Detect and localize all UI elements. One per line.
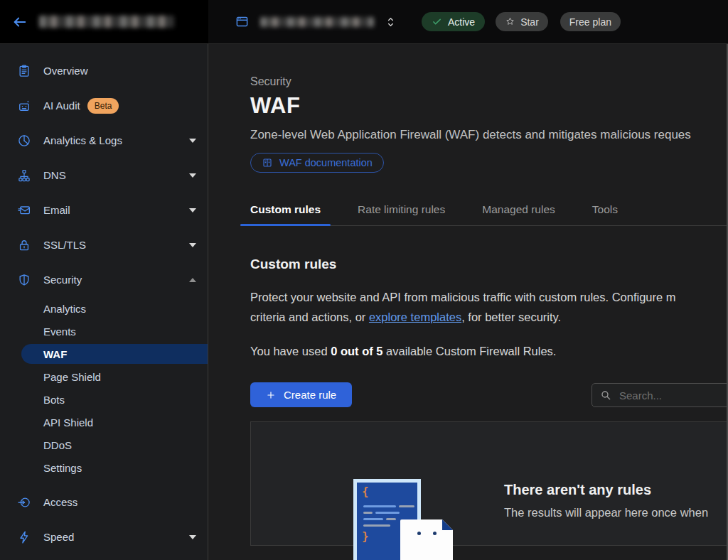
sidebar-item-label: API Shield: [43, 416, 93, 429]
zone-name-redacted: [260, 17, 374, 27]
create-rule-button[interactable]: Create rule: [250, 382, 352, 407]
waf-documentation-button[interactable]: WAF documentation: [250, 153, 384, 173]
chevron-down-icon: [189, 243, 196, 247]
plan-badge-label: Free plan: [569, 16, 611, 28]
sidebar-item-label: DNS: [43, 169, 177, 181]
search-box: [592, 383, 728, 407]
book-icon: [262, 157, 273, 168]
usage-count: 0 out of 5: [331, 345, 382, 357]
sidebar-item-email[interactable]: Email: [0, 193, 208, 227]
sidebar-item-label: Security: [43, 274, 177, 286]
chevron-down-icon: [189, 139, 196, 143]
sidebar-item-label: Bots: [43, 394, 65, 406]
check-icon: [432, 16, 442, 27]
sitemap-icon: [17, 168, 31, 183]
sidebar-item-ai-audit[interactable]: AI Audit Beta: [0, 88, 208, 123]
paragraph-line-2: criteria and actions, or explore templat…: [250, 307, 728, 327]
explore-templates-link[interactable]: explore templates: [369, 311, 461, 323]
page-description: Zone-level Web Application Firewall (WAF…: [250, 128, 728, 142]
section-heading: Custom rules: [250, 257, 728, 272]
chevron-down-icon: [189, 535, 196, 539]
sidebar-item-label: Access: [43, 496, 196, 508]
sidebar-item-label: Email: [43, 204, 177, 216]
sidebar-item-settings[interactable]: Settings: [0, 456, 208, 479]
empty-state-title: There aren't any rules: [504, 482, 651, 498]
sidebar-item-label: SSL/TLS: [43, 239, 177, 251]
search-icon: [600, 389, 611, 401]
search-input[interactable]: [618, 389, 728, 402]
page-title: WAF: [250, 93, 728, 119]
sidebar-item-ddos[interactable]: DDoS: [0, 434, 208, 456]
sidebar-item-label: AI Audit: [43, 99, 80, 112]
empty-state-illustration: { }: [353, 479, 456, 560]
access-icon: [17, 495, 31, 510]
tab-managed-rules[interactable]: Managed rules: [472, 196, 565, 225]
paragraph-line-2-pre: criteria and actions, or: [250, 311, 369, 323]
section-paragraph: Protect your website and API from malici…: [250, 287, 728, 327]
pie-chart-icon: [17, 134, 31, 148]
sidebar-item-label: Page Shield: [43, 371, 101, 383]
robot-icon: [17, 99, 31, 113]
topbar: Active Star Free plan: [0, 0, 728, 44]
account-name-redacted: [39, 16, 174, 28]
chevron-updown-icon: [385, 15, 397, 29]
status-badge-active: Active: [422, 12, 485, 31]
star-button[interactable]: Star: [496, 12, 548, 31]
tab-rate-limiting-rules[interactable]: Rate limiting rules: [348, 196, 455, 225]
sidebar-item-analytics-logs[interactable]: Analytics & Logs: [0, 123, 208, 158]
browser-window-icon: [235, 15, 249, 28]
sidebar-item-access[interactable]: Access: [0, 485, 208, 519]
tab-custom-rules[interactable]: Custom rules: [240, 196, 331, 225]
shield-icon: [17, 273, 31, 287]
usage-text: You have used 0 out of 5 available Custo…: [250, 345, 728, 358]
status-badge-label: Active: [448, 16, 475, 28]
sidebar-item-label: Speed: [43, 531, 177, 543]
sidebar-item-label: DDoS: [43, 439, 72, 451]
sidebar: Overview AI Audit Beta Analytics & Logs …: [0, 44, 208, 560]
star-icon: [505, 16, 515, 27]
empty-state-card: { } There aren't any rules The results w…: [250, 421, 728, 546]
back-button[interactable]: [12, 14, 28, 30]
plan-badge: Free plan: [560, 12, 621, 31]
clipboard-icon: [17, 64, 31, 78]
topbar-account-section: [0, 0, 208, 43]
sidebar-item-label: Overview: [43, 65, 196, 77]
sidebar-item-label: WAF: [43, 348, 67, 360]
lock-icon: [17, 238, 31, 252]
sidebar-item-events[interactable]: Events: [0, 320, 208, 343]
paragraph-line-1: Protect your website and API from malici…: [250, 287, 728, 307]
sidebar-item-ssl-tls[interactable]: SSL/TLS: [0, 227, 208, 262]
beta-badge: Beta: [87, 98, 119, 114]
chevron-up-icon: [189, 278, 196, 282]
sidebar-item-label: Analytics: [43, 303, 86, 315]
sidebar-item-waf[interactable]: WAF: [21, 344, 208, 364]
paragraph-line-2-post: , for better security.: [461, 311, 561, 323]
sidebar-item-analytics[interactable]: Analytics: [0, 297, 208, 320]
sidebar-item-label: Events: [43, 325, 76, 338]
tab-bar: Custom rules Rate limiting rules Managed…: [240, 196, 728, 226]
plus-icon: [266, 390, 276, 400]
sidebar-item-bots[interactable]: Bots: [0, 388, 208, 411]
sidebar-item-label: Analytics & Logs: [43, 134, 177, 146]
lightning-icon: [17, 530, 31, 544]
sidebar-item-overview[interactable]: Overview: [0, 53, 208, 88]
tab-tools[interactable]: Tools: [582, 196, 628, 225]
star-button-label: Star: [520, 16, 539, 28]
sidebar-item-security[interactable]: Security: [0, 262, 208, 297]
sidebar-item-api-shield[interactable]: API Shield: [0, 411, 208, 434]
waf-documentation-label: WAF documentation: [279, 157, 373, 168]
main-content: Security WAF Zone-level Web Application …: [208, 44, 728, 560]
usage-pre: You have used: [250, 345, 331, 357]
sidebar-item-page-shield[interactable]: Page Shield: [0, 365, 208, 388]
breadcrumb: Security: [250, 75, 728, 88]
page-face-graphic: [400, 519, 453, 560]
chevron-down-icon: [189, 173, 196, 178]
sidebar-item-speed[interactable]: Speed: [0, 519, 208, 554]
envelope-icon: [17, 203, 31, 217]
actions-row: Create rule: [250, 382, 728, 408]
create-rule-label: Create rule: [284, 389, 336, 401]
zone-selector-button[interactable]: [385, 15, 397, 29]
sidebar-item-dns[interactable]: DNS: [0, 158, 208, 193]
chevron-down-icon: [189, 208, 196, 212]
empty-state-subtitle: The results will appear here once when: [504, 506, 708, 519]
